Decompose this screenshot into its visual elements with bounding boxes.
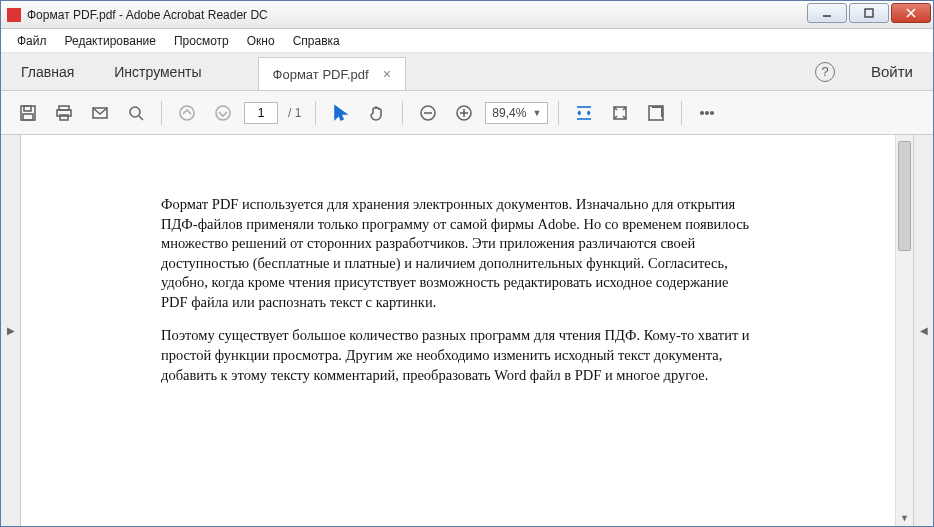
- scroll-down-icon[interactable]: ▼: [896, 510, 913, 526]
- search-icon[interactable]: [121, 98, 151, 128]
- svg-point-11: [130, 107, 140, 117]
- svg-rect-23: [649, 106, 663, 120]
- vertical-scrollbar[interactable]: ▲ ▼: [895, 135, 913, 526]
- document-page: Формат PDF используется для хранения эле…: [21, 135, 895, 439]
- tab-document[interactable]: Формат PDF.pdf ×: [258, 57, 406, 90]
- svg-point-26: [711, 111, 714, 114]
- svg-point-25: [706, 111, 709, 114]
- menubar: Файл Редактирование Просмотр Окно Справк…: [1, 29, 933, 53]
- window-controls: [807, 1, 933, 28]
- svg-rect-6: [23, 114, 33, 120]
- chevron-down-icon: ▼: [532, 108, 541, 118]
- zoom-out-icon[interactable]: [413, 98, 443, 128]
- menu-edit[interactable]: Редактирование: [57, 31, 164, 51]
- toolbar: / 1 89,4% ▼: [1, 91, 933, 135]
- zoom-in-icon[interactable]: [449, 98, 479, 128]
- page-number-input[interactable]: [244, 102, 278, 124]
- titlebar: Формат PDF.pdf - Adobe Acrobat Reader DC: [1, 1, 933, 29]
- svg-line-12: [139, 116, 143, 120]
- minimize-button[interactable]: [807, 3, 847, 23]
- more-tools-icon[interactable]: [692, 98, 722, 128]
- help-icon[interactable]: ?: [815, 62, 835, 82]
- menu-file[interactable]: Файл: [9, 31, 55, 51]
- mail-icon[interactable]: [85, 98, 115, 128]
- save-icon[interactable]: [13, 98, 43, 128]
- menu-window[interactable]: Окно: [239, 31, 283, 51]
- chevron-right-icon: ▶: [7, 325, 15, 336]
- svg-rect-9: [60, 115, 68, 120]
- menu-help[interactable]: Справка: [285, 31, 348, 51]
- page-down-icon[interactable]: [208, 98, 238, 128]
- svg-rect-1: [865, 9, 873, 17]
- fit-page-icon[interactable]: [605, 98, 635, 128]
- paragraph-1: Формат PDF используется для хранения эле…: [161, 195, 755, 312]
- left-panel-toggle[interactable]: ▶: [1, 135, 21, 526]
- right-panel-toggle[interactable]: ◀: [913, 135, 933, 526]
- app-icon: [7, 8, 21, 22]
- select-tool-icon[interactable]: [326, 98, 356, 128]
- signin-button[interactable]: Войти: [851, 53, 933, 90]
- close-button[interactable]: [891, 3, 931, 23]
- fit-width-icon[interactable]: [569, 98, 599, 128]
- svg-point-24: [701, 111, 704, 114]
- window: Формат PDF.pdf - Adobe Acrobat Reader DC…: [0, 0, 934, 527]
- svg-point-13: [180, 106, 194, 120]
- maximize-button[interactable]: [849, 3, 889, 23]
- page-up-icon[interactable]: [172, 98, 202, 128]
- page-total-label: / 1: [284, 106, 305, 120]
- tab-home[interactable]: Главная: [1, 53, 94, 90]
- zoom-level-value: 89,4%: [492, 106, 526, 120]
- paragraph-2: Поэтому существует большое количество ра…: [161, 326, 755, 385]
- chevron-left-icon: ◀: [920, 325, 928, 336]
- window-title: Формат PDF.pdf - Adobe Acrobat Reader DC: [27, 8, 807, 22]
- fullscreen-icon[interactable]: [641, 98, 671, 128]
- tab-close-icon[interactable]: ×: [383, 66, 391, 82]
- tabbar: Главная Инструменты Формат PDF.pdf × ? В…: [1, 53, 933, 91]
- tab-tools[interactable]: Инструменты: [94, 53, 221, 90]
- scrollbar-thumb[interactable]: [898, 141, 911, 251]
- tab-document-label: Формат PDF.pdf: [273, 67, 369, 82]
- zoom-level-dropdown[interactable]: 89,4% ▼: [485, 102, 548, 124]
- content-area: ▶ Формат PDF используется для хранения э…: [1, 135, 933, 526]
- print-icon[interactable]: [49, 98, 79, 128]
- hand-tool-icon[interactable]: [362, 98, 392, 128]
- svg-point-14: [216, 106, 230, 120]
- menu-view[interactable]: Просмотр: [166, 31, 237, 51]
- svg-rect-5: [24, 106, 31, 111]
- document-viewer: Формат PDF используется для хранения эле…: [21, 135, 913, 526]
